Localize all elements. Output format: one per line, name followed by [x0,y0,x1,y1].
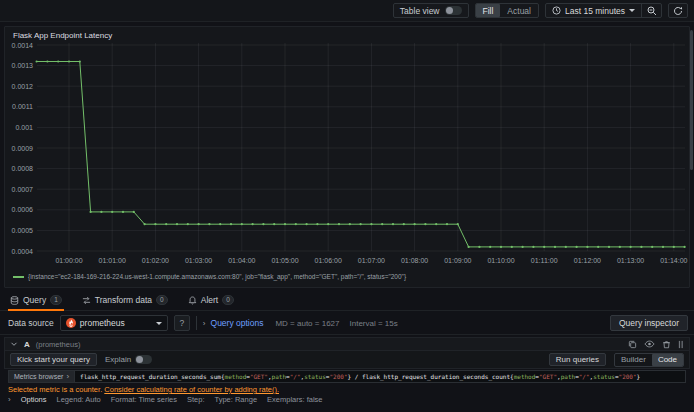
datasource-row: Data source prometheus ? › Query options… [0,312,694,335]
counter-warning: Selected metric is a counter. Consider c… [8,385,279,394]
chevron-right-icon[interactable]: › [8,395,11,404]
option-type: Type: Range [215,395,258,404]
svg-text:01:14:00: 01:14:00 [660,257,687,264]
time-controls: Last 15 minutes [545,3,662,18]
table-view-toggle[interactable] [445,6,462,15]
datasource-value: prometheus [80,318,125,328]
svg-text:01:02:00: 01:02:00 [142,257,169,264]
code-mode-button[interactable]: Code [652,354,683,366]
table-view-label: Table view [400,6,440,16]
prometheus-icon [66,318,76,328]
svg-text:01:01:00: 01:01:00 [99,257,126,264]
latency-chart-svg[interactable]: 0.00140.00130.00120.00110.0010.00090.000… [5,27,691,269]
chevron-down-icon [156,322,162,325]
table-view-control[interactable]: Table view [393,3,469,18]
tab-count-badge: 1 [50,295,62,305]
query-inspector-button[interactable]: Query inspector [610,315,688,331]
hide-response-eye-icon[interactable] [644,340,655,348]
metrics-browser-button[interactable]: Metrics browser › [9,371,75,382]
grafana-panel-editor: { "header": { "table_view_label": "Table… [0,0,694,412]
panel-title: Flask App Endpoint Latency [13,31,112,40]
svg-text:01:03:00: 01:03:00 [185,257,212,264]
divider [196,316,197,330]
svg-text:01:07:00: 01:07:00 [358,257,385,264]
query-ref-id: A [24,340,30,349]
chevron-right-icon: › [203,319,206,328]
builder-code-segmented: Builder Code [614,353,684,367]
query-editor-card: A (prometheus) Kick start your query Exp… [0,336,694,412]
time-range-picker[interactable]: Last 15 minutes [546,4,641,17]
run-queries-button[interactable]: Run queries [549,353,606,366]
kick-start-query-button[interactable]: Kick start your query [10,353,97,366]
actual-button[interactable]: Actual [500,4,538,17]
zoom-out-time-button[interactable] [641,4,661,17]
bell-icon [188,296,197,305]
query-row-actions [628,340,684,349]
option-legend: Legend: Auto [57,395,101,404]
explain-toggle[interactable] [135,355,152,364]
chevron-down-icon [629,9,635,12]
editor-top-bar: Table view Fill Actual Last 15 minutes [0,0,694,22]
duplicate-query-icon[interactable] [628,340,637,349]
datasource-help-button[interactable]: ? [174,315,190,331]
query-options-footer: › Options Legend: Auto Format: Time seri… [8,395,323,404]
latency-panel: Flask App Endpoint Latency 0.00140.00130… [4,26,690,288]
explain-label: Explain [105,355,131,364]
svg-text:0.0005: 0.0005 [12,227,34,234]
svg-text:01:10:00: 01:10:00 [487,257,514,264]
svg-text:0.0012: 0.0012 [12,83,34,90]
svg-text:0.0004: 0.0004 [12,248,34,255]
svg-text:0.0008: 0.0008 [12,165,34,172]
warning-text: Selected metric is a counter. [8,385,102,394]
interval-value: Interval = 15s [349,319,397,328]
svg-text:0.0014: 0.0014 [12,42,34,49]
tab-alert[interactable]: Alert 0 [186,290,236,310]
tab-label: Query [23,295,46,305]
tab-transform-data[interactable]: Transform data 0 [80,290,170,310]
legend-item[interactable]: {instance="ec2-184-169-216-224.us-west-1… [13,273,406,280]
options-label[interactable]: Options [21,395,47,404]
fill-actual-segmented: Fill Actual [475,3,539,18]
builder-mode-button[interactable]: Builder [615,354,652,366]
svg-text:01:06:00: 01:06:00 [315,257,342,264]
query-row-header[interactable]: A (prometheus) [4,337,690,351]
tab-label: Transform data [95,295,152,305]
promql-expression[interactable]: flask_http_request_duration_seconds_sum{… [75,373,640,380]
warning-rate-hint-link[interactable]: Consider calculating rate of counter by … [104,385,279,394]
metrics-browser-label: Metrics browser [14,373,63,380]
tab-query[interactable]: Query 1 [8,290,64,310]
query-datasource-hint: (prometheus) [36,340,81,349]
time-range-label: Last 15 minutes [565,6,625,16]
datasource-picker[interactable]: prometheus [60,315,168,331]
magnifier-minus-icon [647,6,657,16]
fill-button[interactable]: Fill [476,4,501,17]
query-options-toggle[interactable]: › Query options [203,318,264,328]
svg-text:01:09:00: 01:09:00 [444,257,471,264]
option-format: Format: Time series [111,395,177,404]
option-exemplars: Exemplars: false [267,395,322,404]
scrollbar-thumb[interactable] [690,30,693,170]
drag-handle-icon[interactable] [678,340,684,349]
svg-text:0.001: 0.001 [15,124,33,131]
clock-icon [552,6,561,15]
svg-text:01:08:00: 01:08:00 [401,257,428,264]
legend-series-label: {instance="ec2-184-169-216-224.us-west-1… [28,273,406,280]
svg-text:01:12:00: 01:12:00 [574,257,601,264]
svg-text:0.0013: 0.0013 [12,62,34,69]
svg-text:01:11:00: 01:11:00 [531,257,558,264]
svg-text:0.0009: 0.0009 [12,145,34,152]
query-options-label: Query options [211,318,264,328]
tab-count-badge: 0 [156,295,168,305]
svg-text:01:13:00: 01:13:00 [617,257,644,264]
query-options-summary: MD = auto = 1627 Interval = 15s [275,319,397,328]
promql-editor[interactable]: Metrics browser › flask_http_request_dur… [8,370,686,383]
svg-text:0.0011: 0.0011 [12,103,33,110]
svg-text:0.0006: 0.0006 [12,206,34,213]
query-toolbar-row: Kick start your query Explain Run querie… [4,351,690,369]
remove-query-trash-icon[interactable] [662,340,671,349]
refresh-button[interactable] [668,3,688,18]
legend-series-swatch [13,276,24,278]
editor-tabs: Query 1 Transform data 0 Alert 0 [0,290,694,311]
collapse-chevron-icon[interactable] [10,340,18,348]
transform-arrows-icon [82,296,91,305]
